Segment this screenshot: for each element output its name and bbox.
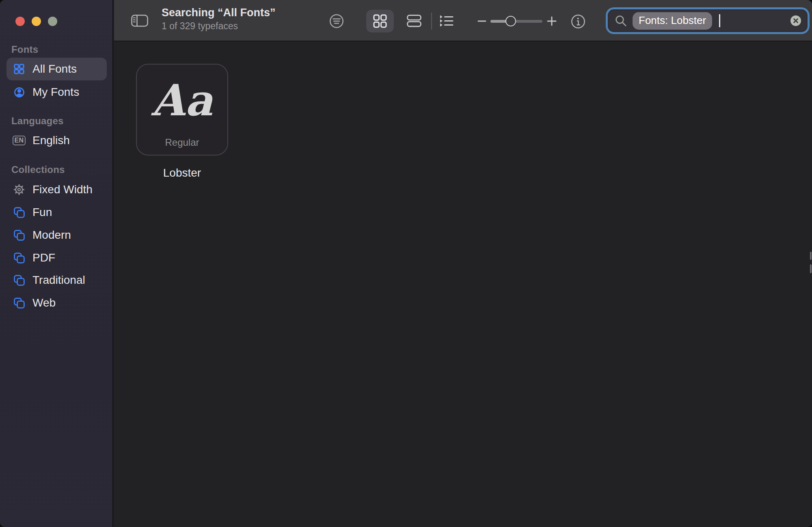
size-slider[interactable]	[490, 20, 542, 23]
sidebar-item-label: My Fonts	[32, 86, 79, 99]
search-token[interactable]: Fonts: Lobster	[633, 12, 712, 30]
filter-button[interactable]	[329, 13, 344, 30]
sidebar-item-label: PDF	[32, 251, 55, 264]
minimize-button-icon[interactable]	[32, 17, 41, 26]
sidebar-item-fixed-width[interactable]: Fixed Width	[6, 178, 107, 201]
sidebar-item-my-fonts[interactable]: My Fonts	[6, 81, 107, 104]
sidebar-item-english[interactable]: EN English	[6, 129, 107, 152]
person-circle-icon	[13, 87, 26, 98]
view-outline-list-button[interactable]	[440, 15, 454, 28]
window-title: Searching “All Fonts”	[162, 6, 276, 19]
font-preview-card[interactable]: Aa Regular	[136, 64, 228, 156]
sidebar-section-collections: Collections	[11, 164, 65, 175]
stacked-squares-icon	[13, 207, 26, 218]
sidebar-section-languages: Languages	[11, 115, 64, 127]
sidebar-item-pdf[interactable]: PDF	[6, 246, 107, 269]
toolbar: Searching “All Fonts” 1 of 329 typefaces	[114, 0, 812, 41]
language-en-badge: EN	[13, 136, 26, 145]
font-sample-glyphs: Aa	[137, 73, 227, 127]
grid-view-icon	[373, 14, 387, 28]
sidebar-item-traditional[interactable]: Traditional	[6, 269, 107, 292]
toggle-sidebar-button[interactable]	[131, 15, 148, 28]
sidebar-item-all-fonts[interactable]: All Fonts	[6, 58, 107, 80]
stacked-squares-icon	[13, 298, 26, 309]
size-increase-button[interactable]	[547, 16, 557, 28]
traffic-lights	[15, 17, 57, 26]
search-input[interactable]: Fonts: Lobster	[609, 11, 806, 31]
sidebar-item-label: All Fonts	[32, 63, 77, 76]
stacked-squares-icon	[13, 275, 26, 286]
sidebar-item-modern[interactable]: Modern	[6, 224, 107, 246]
sidebar-section-fonts: Fonts	[11, 44, 38, 55]
sidebar-item-label: Fun	[32, 206, 52, 219]
info-button[interactable]	[570, 14, 586, 31]
close-button-icon[interactable]	[15, 17, 25, 26]
clear-search-button[interactable]	[790, 15, 801, 26]
size-decrease-button[interactable]	[477, 17, 486, 27]
font-grid-area: Aa Regular Lobster	[114, 42, 812, 527]
toolbar-divider	[431, 13, 432, 30]
grid-icon	[13, 64, 26, 74]
font-style-label: Regular	[137, 137, 227, 148]
scrollbar[interactable]	[810, 252, 812, 260]
stacked-squares-icon	[13, 230, 26, 241]
font-name-label: Lobster	[136, 166, 228, 179]
view-grid-button[interactable]	[366, 10, 394, 32]
view-rows-button[interactable]	[407, 15, 421, 29]
stacked-squares-icon	[13, 253, 26, 264]
close-icon	[790, 15, 801, 26]
sidebar-item-fun[interactable]: Fun	[6, 201, 107, 224]
sidebar-item-label: English	[32, 134, 70, 147]
sidebar-item-label: Modern	[32, 229, 71, 242]
sidebar: Fonts All Fonts	[0, 0, 113, 527]
font-book-window: Fonts All Fonts	[0, 0, 812, 527]
sidebar-item-label: Fixed Width	[32, 183, 93, 196]
sidebar-item-label: Web	[32, 296, 56, 309]
zoom-button-icon[interactable]	[48, 17, 57, 26]
gear-icon	[13, 184, 26, 195]
size-slider-knob[interactable]	[505, 16, 516, 26]
text-caret	[719, 14, 720, 27]
sidebar-item-web[interactable]: Web	[6, 292, 107, 314]
window-subtitle: 1 of 329 typefaces	[162, 21, 276, 31]
scrollbar[interactable]	[810, 264, 812, 273]
titlebar: Searching “All Fonts” 1 of 329 typefaces	[162, 6, 276, 31]
sidebar-item-label: Traditional	[32, 274, 85, 287]
search-icon	[615, 15, 627, 27]
